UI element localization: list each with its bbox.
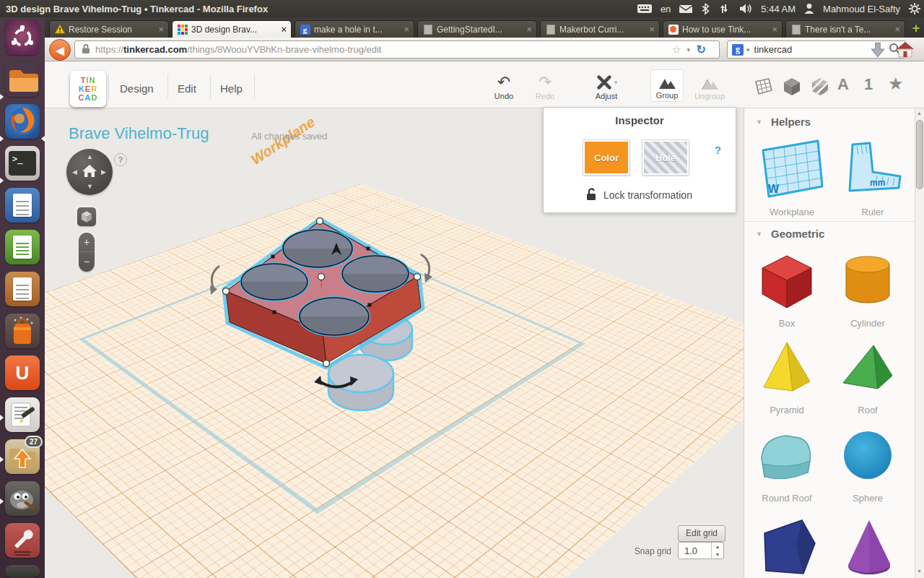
- launcher-item-files[interactable]: [5, 62, 40, 97]
- view-cube-button[interactable]: [77, 207, 96, 226]
- tab-getting-started[interactable]: GettingStartedI... ×: [417, 20, 537, 38]
- search-engine-dropdown-icon[interactable]: ▾: [746, 46, 750, 53]
- user-name[interactable]: Mahmoud El-Safty: [823, 4, 900, 14]
- adjust-button[interactable]: ▾ Adjust: [585, 72, 628, 100]
- launcher-item-gimp[interactable]: [5, 481, 40, 516]
- tab-close-icon[interactable]: ×: [649, 24, 655, 35]
- google-search-icon[interactable]: g: [732, 44, 744, 56]
- keyboard-layout[interactable]: en: [661, 4, 671, 14]
- sidebar-scrollbar[interactable]: ▲ ▼: [915, 108, 924, 578]
- url-dropdown-icon[interactable]: ▾: [687, 46, 690, 53]
- hole-cylinder-bottom[interactable]: [328, 355, 393, 410]
- home-button[interactable]: [895, 40, 915, 63]
- scrollbar-thumb[interactable]: [916, 120, 923, 189]
- menu-design[interactable]: Design: [120, 82, 154, 95]
- launcher-item-text-editor[interactable]: [5, 397, 40, 432]
- tab-close-icon[interactable]: ×: [281, 24, 287, 35]
- launcher-item-firefox[interactable]: [5, 104, 40, 139]
- tab-makerbot[interactable]: Makerbot Curri... ×: [540, 20, 660, 38]
- zoom-in-button[interactable]: +: [79, 233, 95, 251]
- back-button[interactable]: ◀: [49, 39, 71, 61]
- scroll-up-icon[interactable]: ▲: [917, 111, 922, 116]
- shape-sphere[interactable]: Sphere: [837, 426, 898, 504]
- orbit-right-icon[interactable]: ▶: [101, 169, 106, 176]
- model-brave-vihelmo-trug[interactable]: [202, 202, 448, 419]
- shape-blue-prism[interactable]: [753, 514, 821, 578]
- letter-shape-button[interactable]: A: [837, 75, 849, 94]
- spinner-down-icon[interactable]: ▼: [712, 551, 723, 558]
- snap-grid-spinner[interactable]: ▲ ▼: [711, 543, 723, 558]
- inspector-help-button[interactable]: ?: [715, 144, 721, 156]
- orbit-up-icon[interactable]: ▲: [87, 154, 93, 160]
- ungroup-button[interactable]: Ungroup: [691, 72, 728, 100]
- volume-icon[interactable]: [738, 2, 753, 15]
- view-navigation-orb[interactable]: ▲ ▼ ◀ ▶: [66, 149, 113, 195]
- shape-cylinder[interactable]: Cylinder: [837, 251, 898, 329]
- tab-close-icon[interactable]: ×: [772, 24, 777, 35]
- new-tab-button[interactable]: +: [908, 22, 924, 36]
- helper-workplane[interactable]: W Workplane: [753, 136, 831, 217]
- menu-help[interactable]: Help: [220, 82, 243, 95]
- collapse-triangle-icon[interactable]: ▼: [756, 230, 762, 238]
- redo-button[interactable]: ↷ Redo: [529, 72, 561, 100]
- orbit-down-icon[interactable]: ▼: [87, 184, 93, 190]
- bluetooth-icon[interactable]: [701, 2, 710, 15]
- home-view-icon[interactable]: [82, 163, 97, 182]
- session-gear-icon[interactable]: [908, 2, 921, 15]
- shape-box[interactable]: Box: [757, 251, 817, 329]
- launcher-item-terminal[interactable]: >_: [5, 146, 40, 181]
- rotate-handle-left[interactable]: [210, 266, 219, 295]
- hole-swatch[interactable]: Hole: [642, 139, 689, 176]
- rotate-handle-right[interactable]: [421, 254, 432, 282]
- toggle-grid-button[interactable]: [753, 77, 773, 98]
- launcher-item-partial[interactable]: [5, 565, 40, 578]
- solid-view-button[interactable]: [783, 77, 801, 100]
- scroll-down-icon[interactable]: ▼: [917, 569, 922, 574]
- zoom-out-button[interactable]: −: [79, 251, 95, 271]
- section-helpers[interactable]: ▼ Helpers: [756, 116, 811, 128]
- launcher-item-system-settings[interactable]: [5, 523, 40, 558]
- tinkercad-logo[interactable]: TIN KER CAD: [70, 71, 106, 107]
- download-button[interactable]: [868, 40, 887, 62]
- launcher-item-ubuntu-one[interactable]: U: [5, 355, 40, 390]
- color-swatch[interactable]: Color: [583, 139, 630, 176]
- bookmark-star-icon[interactable]: ☆: [672, 43, 681, 56]
- lock-transformation-toggle[interactable]: Lock transformation: [585, 187, 692, 203]
- group-button[interactable]: Group: [651, 70, 683, 101]
- tab-restore-session[interactable]: Restore Session ×: [49, 20, 169, 38]
- section-geometric[interactable]: ▼ Geometric: [756, 228, 824, 240]
- menu-edit[interactable]: Edit: [178, 82, 196, 95]
- reload-icon[interactable]: ↻: [697, 43, 706, 56]
- launcher-item-impress[interactable]: [5, 272, 40, 306]
- favorites-star-button[interactable]: ★: [888, 74, 904, 94]
- shape-round-roof[interactable]: Round Roof: [753, 426, 821, 504]
- keyboard-icon[interactable]: [637, 1, 653, 16]
- launcher-item-writer[interactable]: [5, 188, 40, 223]
- hole-view-button[interactable]: [811, 77, 829, 100]
- shape-pyramid[interactable]: Pyramid: [757, 338, 817, 415]
- tab-make-a-hole[interactable]: g make a hole in t... ×: [295, 20, 414, 38]
- help-button[interactable]: ?: [114, 153, 127, 166]
- tab-close-icon[interactable]: ×: [894, 24, 900, 35]
- edit-grid-button[interactable]: Edit grid: [678, 525, 725, 542]
- helper-ruler[interactable]: mm Ruler: [835, 140, 910, 217]
- orbit-left-icon[interactable]: ◀: [72, 169, 77, 176]
- tab-close-icon[interactable]: ×: [158, 24, 164, 35]
- tab-there-isnt[interactable]: There isn't a Te... ×: [785, 20, 905, 38]
- tab-close-icon[interactable]: ×: [404, 24, 409, 35]
- tab-how-to-use[interactable]: How to use Tink... ×: [663, 20, 783, 38]
- zoom-controls[interactable]: + −: [79, 233, 95, 272]
- mail-icon[interactable]: [679, 2, 693, 15]
- launcher-item-calc[interactable]: [5, 230, 40, 264]
- launcher-item-dash[interactable]: [5, 20, 40, 55]
- search-input[interactable]: [753, 43, 885, 56]
- launcher-item-update-manager[interactable]: 27: [5, 439, 40, 474]
- undo-button[interactable]: ↶ Undo: [488, 72, 520, 100]
- url-bar[interactable]: https://tinkercad.com/things/8WoouYVBhKn…: [74, 40, 720, 59]
- tab-3d-design[interactable]: 3D design Brav... ×: [172, 20, 292, 38]
- snap-grid-select[interactable]: 1.0 ▲ ▼: [678, 542, 724, 559]
- shape-roof[interactable]: Roof: [837, 338, 898, 415]
- launcher-item-software-center[interactable]: [5, 314, 40, 348]
- tab-close-icon[interactable]: ×: [526, 24, 532, 35]
- number-shape-button[interactable]: 1: [864, 75, 873, 94]
